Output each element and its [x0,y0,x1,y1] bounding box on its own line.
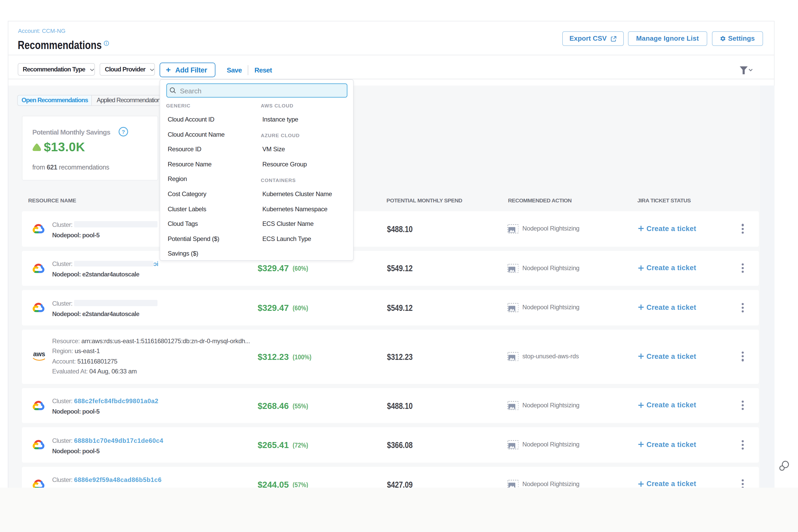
svg-text:?: ? [122,129,125,135]
